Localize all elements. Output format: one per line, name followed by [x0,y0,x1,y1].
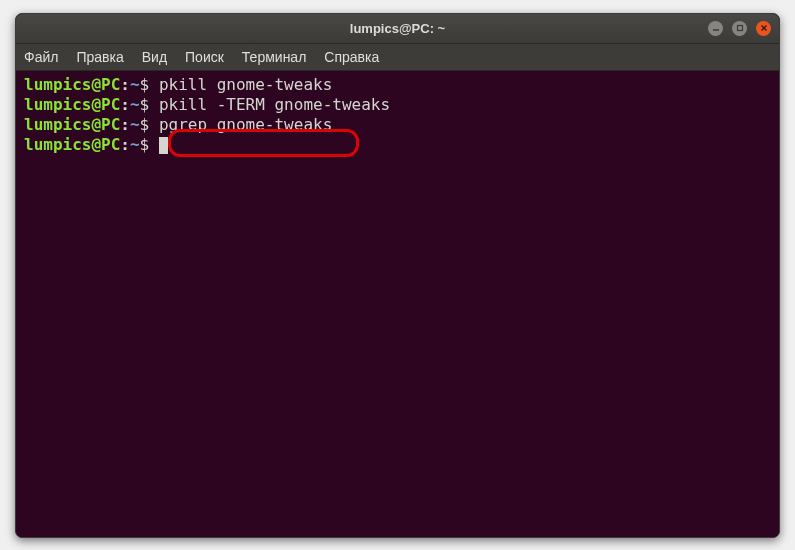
command-text: pgrep gnome-tweaks [149,115,332,134]
prompt-path: ~ [130,115,140,134]
window-title: lumpics@PC: ~ [350,21,445,36]
terminal-body[interactable]: lumpics@PC:~$ pkill gnome-tweaks lumpics… [16,71,779,537]
menu-terminal[interactable]: Терминал [242,49,306,65]
command-text: pkill gnome-tweaks [149,75,332,94]
menubar: Файл Правка Вид Поиск Терминал Справка [16,44,779,71]
menu-view[interactable]: Вид [142,49,167,65]
prompt-dollar: $ [140,115,150,134]
menu-help[interactable]: Справка [324,49,379,65]
terminal-line: lumpics@PC:~$ pgrep gnome-tweaks [24,115,771,135]
prompt-user: lumpics@PC [24,75,120,94]
svg-rect-1 [737,26,742,31]
minimize-button[interactable] [708,21,723,36]
prompt-dollar: $ [140,95,150,114]
prompt-dollar: $ [140,135,150,154]
prompt-dollar: $ [140,75,150,94]
prompt-path: ~ [130,75,140,94]
terminal-window: lumpics@PC: ~ Файл Правка Вид Поиск Терм… [15,13,780,538]
prompt-user: lumpics@PC [24,95,120,114]
cursor [159,137,168,154]
command-text: pkill -TERM gnome-tweaks [149,95,390,114]
prompt-colon: : [120,95,130,114]
menu-edit[interactable]: Правка [76,49,123,65]
maximize-button[interactable] [732,21,747,36]
terminal-line: lumpics@PC:~$ pkill gnome-tweaks [24,75,771,95]
prompt-colon: : [120,75,130,94]
close-button[interactable] [756,21,771,36]
prompt-path: ~ [130,135,140,154]
titlebar: lumpics@PC: ~ [16,14,779,44]
window-controls [708,21,771,36]
prompt-user: lumpics@PC [24,115,120,134]
terminal-line: lumpics@PC:~$ [24,135,771,155]
prompt-colon: : [120,135,130,154]
menu-search[interactable]: Поиск [185,49,224,65]
terminal-line: lumpics@PC:~$ pkill -TERM gnome-tweaks [24,95,771,115]
prompt-colon: : [120,115,130,134]
prompt-user: lumpics@PC [24,135,120,154]
command-text [149,135,159,154]
prompt-path: ~ [130,95,140,114]
menu-file[interactable]: Файл [24,49,58,65]
